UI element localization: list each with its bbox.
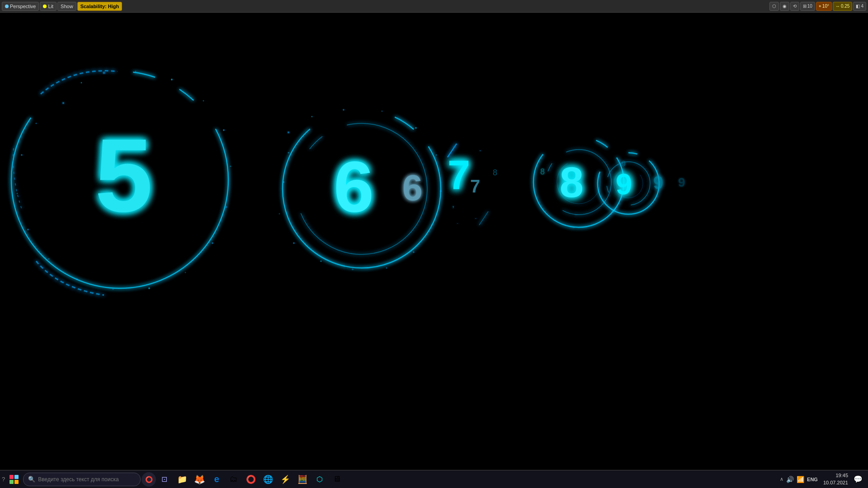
chrome-app[interactable]: 🌐 [260, 471, 276, 488]
grid-button[interactable]: ⊞ 10 [800, 2, 815, 11]
layer-button[interactable]: ◧ 4 [853, 2, 866, 11]
show-button[interactable]: Show [57, 2, 76, 11]
taskbar: ? 🔍 ⭕ ⊡ 📁 🦊 e 🗂 ⭕ 🌐 ⚡ 🧮 ⬡ 🖥 ∧ 🔊 📶 E [0, 470, 868, 488]
svg-text:,: , [452, 200, 454, 209]
show-label: Show [61, 4, 73, 9]
svg-point-59 [440, 190, 442, 192]
svg-point-50 [17, 193, 18, 194]
svg-point-67 [283, 181, 284, 183]
transform-button[interactable]: ⟲ [790, 2, 799, 11]
volume-icon[interactable]: 📶 [797, 476, 804, 483]
svg-text:5: 5 [95, 117, 153, 234]
grid-icon: ⊞ [803, 4, 807, 9]
svg-text:6: 6 [402, 168, 423, 208]
svg-point-34 [62, 102, 64, 104]
system-clock[interactable]: 19:45 10.07.2021 [821, 472, 851, 486]
task-view-button[interactable]: ⊡ [157, 472, 171, 487]
lit-button[interactable]: Lit [40, 2, 57, 11]
svg-point-41 [230, 166, 231, 167]
layer-value: 4 [861, 4, 863, 9]
top-toolbar: Perspective Lit Show Scalability: High ⬡… [0, 0, 868, 13]
win-quad-3 [9, 480, 14, 484]
notification-center[interactable]: 💬 [854, 475, 863, 483]
svg-point-29 [614, 169, 643, 198]
svg-text:9: 9 [678, 175, 685, 189]
svg-point-40 [223, 129, 225, 131]
svg-text:8: 8 [560, 158, 584, 206]
start-button[interactable] [6, 471, 22, 488]
svg-point-36 [103, 72, 105, 74]
svg-point-68 [288, 152, 289, 154]
edge-app[interactable]: e [208, 471, 225, 488]
viewport[interactable]: 5 5 6 6 6 7 7 , - - ✓ - 8 8 8 [0, 13, 868, 470]
explorer-app[interactable]: 📁 [174, 471, 190, 488]
viewport-icon: ◉ [783, 4, 787, 9]
perspective-button[interactable]: Perspective [2, 2, 39, 11]
svg-point-56 [382, 111, 383, 112]
svg-point-66 [279, 213, 280, 215]
layer-icon: ◧ [856, 4, 860, 9]
svg-text:9: 9 [616, 168, 632, 201]
network-icon[interactable]: 🔊 [786, 476, 794, 483]
svg-point-27 [598, 153, 659, 214]
language-indicator[interactable]: ENG [807, 477, 818, 482]
render-icon: ⬡ [772, 4, 776, 9]
taskbar-apps: 📁 🦊 e 🗂 ⭕ 🌐 ⚡ 🧮 ⬡ 🖥 [174, 471, 345, 488]
clock-time: 19:45 [823, 472, 848, 479]
svg-point-23 [557, 160, 600, 204]
svg-text:7: 7 [470, 176, 480, 196]
svg-point-39 [203, 100, 204, 102]
svg-point-61 [413, 251, 415, 253]
svg-point-51 [21, 154, 23, 156]
svg-point-64 [321, 261, 322, 262]
scalability-label: Scalability: High [80, 4, 119, 9]
svg-text:6: 6 [334, 146, 374, 227]
snap-angle-button[interactable]: ⌖ 10° [816, 2, 832, 11]
svg-point-38 [171, 79, 173, 80]
svg-point-63 [352, 268, 354, 270]
svg-text:7: 7 [448, 152, 470, 197]
search-input[interactable] [38, 476, 128, 483]
tray-expand[interactable]: ∧ [780, 476, 783, 482]
move-snap-button[interactable]: ↔ 0.25 [833, 2, 852, 11]
search-bar[interactable]: 🔍 [23, 473, 141, 486]
svg-line-13 [448, 144, 457, 157]
cortana-button[interactable]: ⭕ [142, 472, 156, 487]
win-quad-4 [14, 480, 19, 484]
svg-point-28 [607, 162, 650, 205]
folder-app[interactable]: 🗂 [226, 471, 242, 488]
firefox-app[interactable]: 🦊 [191, 471, 208, 488]
svg-text:6: 6 [334, 146, 374, 227]
transform-icon: ⟲ [793, 4, 797, 9]
svg-point-55 [343, 109, 344, 111]
svg-text:✓: ✓ [452, 143, 457, 150]
taskbar-help[interactable]: ? [2, 476, 5, 483]
toolbar-right: ⬡ ◉ ⟲ ⊞ 10 ⌖ 10° ↔ 0.25 ◧ 4 [769, 2, 866, 11]
scene-svg: 5 5 6 6 6 7 7 , - - ✓ - 8 8 8 [0, 13, 868, 470]
svg-point-6 [283, 110, 441, 268]
svg-point-65 [293, 242, 295, 244]
svg-point-37 [135, 71, 137, 72]
move-icon: ↔ [835, 4, 840, 9]
svg-point-52 [36, 123, 37, 124]
opera-app[interactable]: ⭕ [243, 471, 259, 488]
render-mode-button[interactable]: ⬡ [769, 2, 779, 11]
calculator-app[interactable]: 🧮 [294, 471, 311, 488]
display-app[interactable]: 🖥 [329, 471, 345, 488]
unreal-app[interactable]: ⬡ [311, 471, 328, 488]
perspective-dot [5, 5, 9, 8]
vpn-app[interactable]: ⚡ [277, 471, 293, 488]
svg-point-45 [148, 287, 150, 289]
svg-point-48 [48, 258, 50, 260]
svg-text:-: - [479, 147, 481, 154]
viewport-options-button[interactable]: ◉ [780, 2, 789, 11]
perspective-label: Perspective [10, 4, 36, 9]
svg-point-62 [386, 267, 387, 269]
svg-point-35 [81, 82, 82, 84]
svg-point-53 [288, 131, 289, 133]
scalability-button[interactable]: Scalability: High [77, 2, 123, 11]
svg-text:8: 8 [560, 158, 584, 206]
svg-point-21 [533, 137, 624, 227]
svg-point-7 [296, 123, 427, 254]
svg-point-47 [76, 278, 78, 280]
